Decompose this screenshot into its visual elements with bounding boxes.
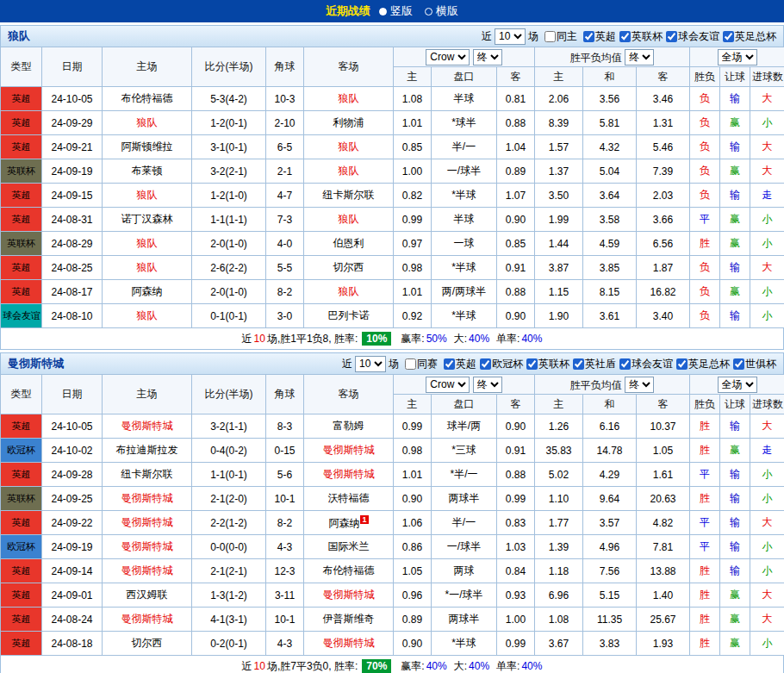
same-venue-filter[interactable]: 同赛 <box>405 357 438 371</box>
layout-horizontal-option[interactable]: 横版 <box>425 3 458 19</box>
cell-asian-home-odds: 1.08 <box>394 87 432 111</box>
asian-odds-header: Crow 终 <box>394 375 535 395</box>
cell-handicap-result: 赢 <box>720 439 750 463</box>
league-filter[interactable]: 英超 <box>444 357 476 371</box>
same-venue-checkbox[interactable] <box>405 358 416 370</box>
same-venue-checkbox[interactable] <box>544 31 556 42</box>
league-filter[interactable]: 球会友谊 <box>666 29 719 44</box>
league-filter[interactable]: 球会友谊 <box>619 357 673 371</box>
cell-result: 胜 <box>690 632 720 656</box>
league-filter-label: 英足总杯 <box>688 357 730 371</box>
matches-label: 场 <box>528 29 538 44</box>
scope-header: 全场 <box>690 375 784 395</box>
cell-handicap: 一/球半 <box>432 159 497 184</box>
table-header: 类型 日期 主场 比分(半场) 角球 客场 Crow 终 胜平负均值 终 <box>1 47 784 87</box>
league-filter[interactable]: 世俱杯 <box>733 357 776 371</box>
cell-date: 24-08-25 <box>42 256 103 280</box>
league-filter-checkbox[interactable] <box>723 31 734 42</box>
league-filter[interactable]: 英足总杯 <box>723 29 776 44</box>
league-filter-checkbox[interactable] <box>619 31 631 42</box>
league-filter-checkbox[interactable] <box>573 358 584 370</box>
cell-euro-away-odds: 16.82 <box>637 280 690 304</box>
cell-away-team: 沃特福德 <box>304 487 394 511</box>
cell-goals-result: 大 <box>750 159 784 184</box>
team-label: 伊普斯维奇 <box>323 613 375 625</box>
cell-asian-away-odds: 0.91 <box>497 256 535 280</box>
league-filter[interactable]: 欧冠杯 <box>480 357 523 371</box>
cell-asian-home-odds: 1.00 <box>394 159 432 184</box>
subcol-asian-home: 主 <box>394 395 432 414</box>
league-filter-checkbox[interactable] <box>444 358 455 370</box>
league-filter[interactable]: 英超 <box>583 29 616 44</box>
cell-corners: 7-3 <box>266 208 304 232</box>
cell-goals-result: 大 <box>750 511 784 535</box>
col-header-score: 比分(半场) <box>192 375 266 414</box>
league-filter[interactable]: 英社盾 <box>573 357 616 371</box>
cell-result: 平 <box>690 535 720 559</box>
cell-away-team: 伯恩利 <box>304 232 394 256</box>
odds-source-select[interactable]: Crow <box>426 49 470 65</box>
cell-handicap: 一球 <box>432 232 497 256</box>
cell-handicap: 一/球半 <box>432 535 497 559</box>
cell-away-team: 阿森纳1 <box>304 511 394 535</box>
cell-result: 平 <box>690 463 720 487</box>
team-label: 曼彻斯特城 <box>323 444 375 456</box>
cell-handicap-result: 输 <box>720 304 750 328</box>
league-filter-checkbox[interactable] <box>480 358 491 370</box>
recent-count-select[interactable]: 10 <box>495 28 526 45</box>
cell-asian-home-odds: 0.90 <box>394 487 432 511</box>
cell-date: 24-09-15 <box>42 184 103 208</box>
recent-count-select[interactable]: 10 <box>355 356 386 372</box>
cell-score: 0-2(0-1) <box>192 632 266 656</box>
league-filter-checkbox[interactable] <box>583 31 594 42</box>
league-filter-checkbox[interactable] <box>733 358 744 370</box>
cell-away-team: 切尔西 <box>304 256 394 280</box>
col-header-corner: 角球 <box>266 375 304 414</box>
league-filter-checkbox[interactable] <box>619 358 631 370</box>
scope-select[interactable]: 全场 <box>718 377 757 393</box>
team-label: 狼队 <box>137 261 158 273</box>
recent-label: 近 <box>482 29 492 44</box>
league-filter-checkbox[interactable] <box>666 31 677 42</box>
league-filter[interactable]: 英足总杯 <box>676 357 730 371</box>
cell-handicap: *球半 <box>432 111 497 135</box>
team-section-mancity: 曼彻斯特城 近 10 场 同赛 英超欧冠杯英联杯英社盾球会友谊英足总杯世俱杯 <box>0 352 784 673</box>
euro-stage-select[interactable]: 终 <box>625 377 654 393</box>
cell-away-team: 曼彻斯特城 <box>304 463 394 487</box>
team-label: 曼彻斯特城 <box>121 420 173 432</box>
odds-stage-select[interactable]: 终 <box>473 49 502 65</box>
layout-vertical-option[interactable]: 竖版 <box>379 3 413 19</box>
same-venue-filter[interactable]: 同主 <box>544 29 577 44</box>
footer-stat-label: 单率: <box>496 659 520 673</box>
euro-stage-select[interactable]: 终 <box>625 49 654 65</box>
cell-asian-home-odds: 0.98 <box>394 256 432 280</box>
cell-euro-draw-odds: 9.64 <box>583 487 637 511</box>
subcol-asian-away: 客 <box>497 395 535 414</box>
team-label: 狼队 <box>137 116 158 128</box>
league-filter-checkbox[interactable] <box>526 358 538 370</box>
cell-home-team: 纽卡斯尔联 <box>103 463 192 487</box>
cell-goals-result: 小 <box>750 304 784 328</box>
matches-body: 英超24-10-05曼彻斯特城3-2(1-1)8-3富勒姆0.99球半/两0.9… <box>1 414 784 656</box>
cell-score: 1-1(1-1) <box>192 208 266 232</box>
cell-league-badge: 英超 <box>1 511 42 535</box>
team-label: 国际米兰 <box>328 540 370 552</box>
cell-euro-away-odds: 7.39 <box>637 159 690 184</box>
team-label: 利物浦 <box>333 116 364 128</box>
cell-score: 1-2(1-0) <box>192 184 266 208</box>
league-filter-checkbox[interactable] <box>676 358 688 370</box>
odds-stage-select[interactable]: 终 <box>473 377 502 393</box>
odds-source-select[interactable]: Crow <box>426 377 470 393</box>
footer-stat-value: 40% <box>469 660 489 672</box>
scope-select[interactable]: 全场 <box>718 49 757 65</box>
team-label: 狼队 <box>137 237 158 249</box>
cell-asian-away-odds: 0.85 <box>497 232 535 256</box>
cell-euro-draw-odds: 5.04 <box>583 159 637 184</box>
cell-league-badge: 英联杯 <box>1 232 42 256</box>
team-label: 狼队 <box>339 165 359 177</box>
league-filter[interactable]: 英联杯 <box>619 29 663 44</box>
league-filter[interactable]: 英联杯 <box>526 357 569 371</box>
cell-score: 1-2(0-1) <box>192 111 266 135</box>
win-rate-badge: 70% <box>362 659 391 673</box>
cell-away-team: 狼队 <box>304 135 394 159</box>
